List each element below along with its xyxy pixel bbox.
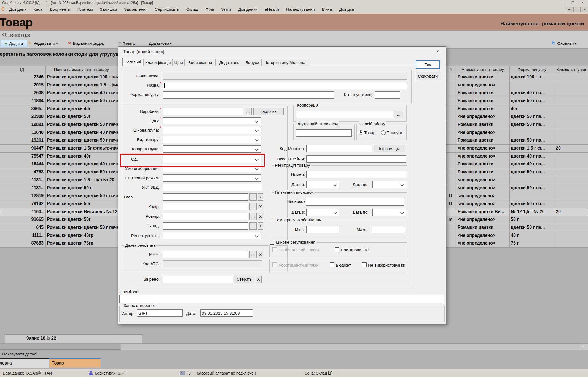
dialog-tab-2[interactable]: Класифікація: [143, 59, 173, 66]
corporation-browse-button[interactable]: …: [394, 111, 403, 118]
warehouse-input[interactable]: [163, 222, 248, 230]
world-name-input[interactable]: [306, 155, 406, 163]
recipe-select[interactable]: [163, 232, 261, 239]
size-clear-button[interactable]: X: [258, 213, 263, 220]
price-group-select[interactable]: [163, 127, 261, 134]
close-icon[interactable]: ×: [578, 0, 587, 5]
author-input[interactable]: [137, 309, 183, 317]
price-reg-label[interactable]: Цінове регулювання: [276, 240, 317, 245]
verified-clear-button[interactable]: X: [256, 276, 262, 283]
more-button[interactable]: Додатково ▾: [149, 40, 171, 47]
manufacturer-input[interactable]: [163, 108, 243, 115]
menu-item-залишки[interactable]: Залишки: [96, 5, 121, 13]
menu-item-довідник[interactable]: Довідник: [6, 5, 30, 13]
budget-label[interactable]: Бюджет: [336, 263, 351, 267]
menu-item-каса[interactable]: Каса: [30, 5, 46, 13]
dialog-close-icon[interactable]: ×: [434, 48, 441, 55]
menu-item-філії[interactable]: Філії: [202, 5, 218, 13]
sort-icon[interactable]: △: [445, 67, 456, 71]
show-details-label[interactable]: Показувати деталі: [2, 352, 37, 356]
edit-button[interactable]: ✎Редагувати ▾: [28, 40, 58, 47]
menu-item-довідка[interactable]: Довідка: [335, 5, 358, 13]
created-date-input[interactable]: [200, 309, 253, 317]
date-to-select[interactable]: [372, 181, 406, 188]
mdi-close-icon[interactable]: ×: [581, 7, 588, 12]
name-input[interactable]: [163, 82, 407, 89]
delete-row-button[interactable]: ✖Видалити рядок: [68, 40, 104, 47]
color-input[interactable]: [163, 203, 248, 210]
search-input[interactable]: [8, 31, 582, 39]
add-button[interactable]: +Додати: [1, 40, 27, 47]
max-input[interactable]: [372, 226, 405, 233]
horizontal-scrollbar[interactable]: ›: [0, 343, 588, 350]
hygiene-date-from-select[interactable]: [306, 209, 339, 216]
date-from-select[interactable]: [306, 181, 339, 188]
size-input[interactable]: [163, 213, 248, 220]
decree863-label[interactable]: Постанова 863: [341, 248, 369, 252]
price-reg-checkbox[interactable]: [270, 240, 274, 245]
qty-pack-input[interactable]: [375, 91, 400, 99]
glav-input[interactable]: [163, 193, 248, 201]
services-radio[interactable]: [381, 130, 386, 135]
menu-item-платежі[interactable]: Платежі: [74, 5, 96, 13]
menu-item-замовлення[interactable]: Замовлення: [120, 5, 151, 13]
dialog-tab-3[interactable]: Ціни: [173, 59, 185, 66]
dialog-tab-6[interactable]: Бонуси: [243, 59, 261, 66]
conclusion-input[interactable]: [306, 198, 404, 206]
color-browse-button[interactable]: …: [249, 203, 257, 210]
mnn-browse-button[interactable]: …: [249, 251, 257, 258]
budget-checkbox[interactable]: [330, 262, 334, 267]
column-header-form[interactable]: Форма випуску: [509, 67, 555, 72]
glav-clear-button[interactable]: X: [258, 193, 263, 201]
column-header-id[interactable]: ІД: [0, 67, 44, 72]
barcode-input[interactable]: [296, 129, 352, 137]
menu-item-сертифікати[interactable]: Сертифікати: [151, 5, 183, 13]
column-header-qty[interactable]: Кількість в упак: [556, 67, 587, 72]
number-input[interactable]: [306, 171, 406, 178]
filter-button[interactable]: ▽Фільтр: [118, 40, 135, 47]
not-used-checkbox[interactable]: [362, 262, 367, 267]
cancel-button[interactable]: Скасувати: [416, 72, 440, 80]
refresh-button[interactable]: ↻Оновити ▾: [552, 40, 576, 47]
mdi-restore-icon[interactable]: □: [573, 7, 581, 12]
scroll-right-icon[interactable]: ›: [580, 344, 588, 349]
menu-item-налаштування[interactable]: Налаштування: [283, 5, 318, 13]
dialog-tab-1[interactable]: Загальні: [122, 58, 143, 66]
column-header-name[interactable]: Найменування товару: [456, 67, 509, 72]
menu-item-звіти[interactable]: Звіти: [218, 5, 235, 13]
minimize-icon[interactable]: –: [560, 0, 568, 5]
form-input[interactable]: [163, 91, 334, 99]
product-kind-select[interactable]: [163, 136, 261, 143]
size-browse-button[interactable]: …: [249, 213, 257, 220]
menu-item-довідники[interactable]: Довідники: [235, 5, 261, 13]
menu-item-ehealth[interactable]: eHealth: [261, 5, 283, 13]
color-clear-button[interactable]: X: [258, 203, 263, 210]
menu-item-документи[interactable]: Документи: [46, 5, 74, 13]
warehouse-clear-button[interactable]: X: [258, 222, 263, 230]
menu-item-склад[interactable]: Склад: [183, 5, 202, 13]
bottom-tab-tovar[interactable]: Товар: [49, 358, 101, 368]
verify-button[interactable]: Сверить: [234, 276, 254, 283]
manufacturer-browse-button[interactable]: …: [245, 108, 252, 115]
light-mode-select[interactable]: [163, 174, 261, 182]
mnn-clear-button[interactable]: X: [258, 251, 263, 258]
mdi-minimize-icon[interactable]: –: [566, 7, 573, 12]
column-header-full-name[interactable]: Повне найменування товару: [45, 67, 117, 72]
maximize-icon[interactable]: □: [569, 0, 577, 5]
hygiene-date-to-select[interactable]: [372, 209, 406, 216]
goods-radio[interactable]: [359, 130, 363, 135]
services-radio-label[interactable]: Послуги: [386, 130, 402, 135]
min-input[interactable]: [306, 226, 339, 233]
not-used-label[interactable]: Не використовувати: [368, 263, 405, 267]
glav-browse-button[interactable]: …: [249, 193, 257, 201]
scrollbar-thumb[interactable]: [0, 344, 121, 350]
vat-select[interactable]: [163, 117, 261, 124]
menu-item-вікна[interactable]: Вікна: [318, 5, 336, 13]
dialog-tab-4[interactable]: Зображення: [185, 59, 216, 66]
note-input[interactable]: [119, 295, 444, 303]
dialog-tab-5[interactable]: Додатково: [216, 59, 243, 66]
product-group-select[interactable]: [163, 145, 261, 153]
decree863-checkbox[interactable]: [335, 247, 339, 252]
bottom-tab-main[interactable]: Головна: [0, 358, 50, 368]
mnn-input[interactable]: [163, 251, 248, 258]
